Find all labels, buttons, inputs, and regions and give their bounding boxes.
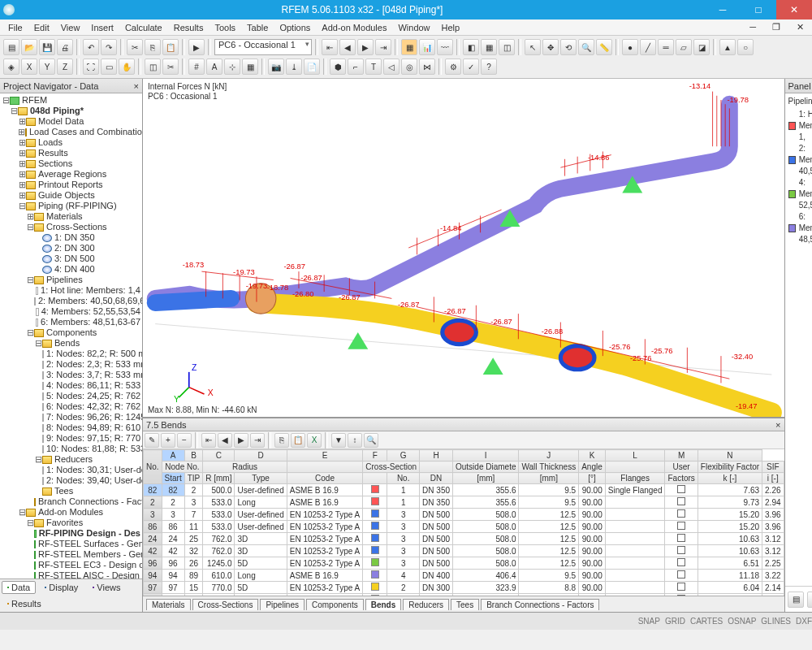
tree-item[interactable]: 7: Nodes: 96,26; R: 1245 mm [2, 412, 140, 422]
tree-item[interactable]: 6: Members: 48,51,63-67 [2, 317, 140, 327]
tbl-filter-icon[interactable]: ▼ [331, 433, 346, 448]
report-icon[interactable]: 📄 [304, 58, 320, 75]
deform-icon[interactable]: 〰 [437, 39, 453, 55]
tree-item[interactable]: Tees [2, 486, 140, 496]
menu-edit[interactable]: Edit [29, 21, 54, 34]
legend-item[interactable]: 4: Members: 52,55,53,5 [788, 177, 812, 211]
menu-view[interactable]: View [56, 21, 85, 34]
table-row[interactable]: 223533.0LongASME B 16.91DN 350355.69.590… [144, 496, 784, 509]
tree-item[interactable]: ⊟Piping (RF-PIPING) [2, 201, 140, 211]
tbl-first-icon[interactable]: ⇤ [201, 433, 216, 448]
status-grid[interactable]: GRID [665, 617, 685, 626]
solid-icon[interactable]: ◪ [693, 39, 710, 55]
legend-item[interactable]: 1: Hot line: Members: 1, [788, 109, 812, 143]
tree-item[interactable]: ⊞Results [2, 148, 140, 158]
tree-item[interactable]: 1: Nodes: 30,31; User-defi [2, 465, 140, 475]
table-tab-reducers[interactable]: Reducers [403, 599, 449, 610]
copy-icon[interactable]: ⎘ [145, 39, 161, 55]
tree-item[interactable]: ⊞Loads [2, 137, 140, 148]
status-dxf[interactable]: DXF [796, 617, 812, 626]
label-icon[interactable]: A [206, 58, 222, 75]
tree-item[interactable]: 4: DN 400 [2, 264, 140, 275]
table-row[interactable]: 9696261245.05DEN 10253-2 Type A3DN 50050… [144, 557, 784, 570]
support-icon[interactable]: ▲ [719, 39, 736, 55]
valve-icon[interactable]: ⋈ [419, 58, 435, 75]
nav-next-icon[interactable]: ▶ [357, 39, 374, 55]
tbl-sort-icon[interactable]: ↕ [348, 433, 362, 448]
section-icon[interactable]: ◫ [145, 58, 161, 75]
data-grid[interactable]: No.ABCDEFGHIJKLMNNode No.RadiusCross-Sec… [143, 449, 784, 596]
view-z-icon[interactable]: Z [57, 58, 73, 75]
table-tab-components[interactable]: Components [306, 599, 364, 610]
bend-icon[interactable]: ⌐ [348, 58, 364, 75]
transparent-icon[interactable]: ◫ [499, 39, 515, 55]
table-close-icon[interactable]: × [775, 420, 784, 430]
table-tab-branch-connections-factors[interactable]: Branch Connections - Factors [481, 599, 599, 610]
menu-calculate[interactable]: Calculate [120, 21, 167, 34]
tree-item[interactable]: ⊞Guide Objects [2, 190, 140, 201]
table-row[interactable]: 979715770.05DEN 10253-2 Type A2DN 300323… [144, 582, 784, 594]
menu-file[interactable]: File [3, 21, 28, 34]
nav-last-icon[interactable]: ⇥ [375, 39, 391, 55]
tree-item[interactable]: 2: Nodes: 2,3; R: 533 mm [2, 359, 140, 370]
tee-icon[interactable]: T [365, 58, 382, 75]
tbl-copy-icon[interactable]: ⎘ [274, 433, 289, 448]
cut-icon[interactable]: ✂ [127, 39, 143, 55]
zoom-icon[interactable]: 🔍 [578, 39, 594, 55]
menu-options[interactable]: Options [274, 21, 315, 34]
tbl-del-icon[interactable]: − [177, 433, 192, 448]
navigator-tree[interactable]: ⊟RFEM⊟048d Piping*⊞Model Data⊞Load Cases… [0, 93, 142, 578]
maximize-button[interactable]: □ [741, 0, 776, 20]
tbl-prev-icon[interactable]: ◀ [218, 433, 232, 448]
tree-item[interactable]: ⊟Components [2, 327, 140, 338]
tree-item[interactable]: ⊞Average Regions [2, 169, 140, 180]
export-icon[interactable]: ⤓ [286, 58, 302, 75]
rotate-icon[interactable]: ⟲ [560, 39, 577, 55]
tree-item[interactable]: 4: Members: 52,55,53,54 [2, 306, 140, 317]
tree-item[interactable]: 2: Nodes: 39,40; User-defi [2, 475, 140, 486]
line-icon[interactable]: ╱ [640, 39, 656, 55]
table-tab-pipelines[interactable]: Pipelines [260, 599, 304, 610]
tree-item[interactable]: ⊞Materials [2, 211, 140, 222]
measure-icon[interactable]: 📏 [596, 39, 612, 55]
table-row[interactable]: 868611533.0User-definedEN 10253-2 Type A… [144, 521, 784, 533]
flange-icon[interactable]: ◎ [401, 58, 417, 75]
tree-item[interactable]: 1: Nodes: 82,2; R: 500 mm [2, 349, 140, 359]
model-viewport[interactable]: Internal Forces N [kN] PC6 : Occasional … [143, 79, 784, 418]
tree-item[interactable]: RF-STEEL Members - General [2, 549, 140, 560]
tbl-last-icon[interactable]: ⇥ [250, 433, 265, 448]
tbl-find-icon[interactable]: 🔍 [364, 433, 378, 448]
tree-item[interactable]: 4: Nodes: 86,11; R: 533 mm [2, 380, 140, 391]
tree-item[interactable]: 6: Nodes: 42,32; R: 762 mm [2, 401, 140, 412]
tbl-excel-icon[interactable]: X [307, 433, 322, 448]
tree-item[interactable]: ⊟Cross-Sections [2, 222, 140, 232]
navtab-results[interactable]: Results [2, 597, 47, 610]
navtab-display[interactable]: Display [39, 581, 84, 594]
coord-icon[interactable]: ⊹ [224, 58, 240, 75]
tree-item[interactable]: 8: Nodes: 94,89; R: 610 mm [2, 422, 140, 433]
surface-icon[interactable]: ▱ [676, 39, 692, 55]
tree-item[interactable]: ⊞Model Data [2, 116, 140, 127]
member-icon[interactable]: ═ [658, 39, 674, 55]
tree-item[interactable]: 1: Hot line: Members: 1,4 [2, 285, 140, 296]
menu-results[interactable]: Results [169, 21, 209, 34]
tree-item[interactable]: ⊟Add-on Modules [2, 507, 140, 518]
tree-item[interactable]: 5: Nodes: 24,25; R: 762 mm [2, 391, 140, 401]
panel-nav2-icon[interactable]: ▥ [807, 592, 812, 608]
move-icon[interactable]: ✥ [542, 39, 559, 55]
tree-item[interactable]: 2: Members: 40,50,68,69,6 [2, 296, 140, 306]
auto-icon[interactable]: ⚙ [445, 58, 461, 75]
tree-item[interactable]: ⊟Bends [2, 338, 140, 349]
table-row[interactable]: 949489610.0LongASME B 16.94DN 400406.49.… [144, 570, 784, 582]
mdi-restore-icon[interactable]: ❐ [767, 20, 785, 34]
print-icon[interactable]: 🖨 [57, 39, 73, 55]
clip-icon[interactable]: ✂ [162, 58, 179, 75]
panel-nav1-icon[interactable]: ▤ [788, 592, 804, 608]
tree-item[interactable]: ⊞Sections [2, 158, 140, 169]
tree-item[interactable]: 3: DN 500 [2, 254, 140, 264]
screenshot-icon[interactable]: 📷 [268, 58, 284, 75]
zoomall-icon[interactable]: ⛶ [83, 58, 99, 75]
menu-insert[interactable]: Insert [86, 21, 119, 34]
paste-icon[interactable]: 📋 [162, 39, 179, 55]
tree-item[interactable]: ⊟RFEM [2, 95, 140, 106]
